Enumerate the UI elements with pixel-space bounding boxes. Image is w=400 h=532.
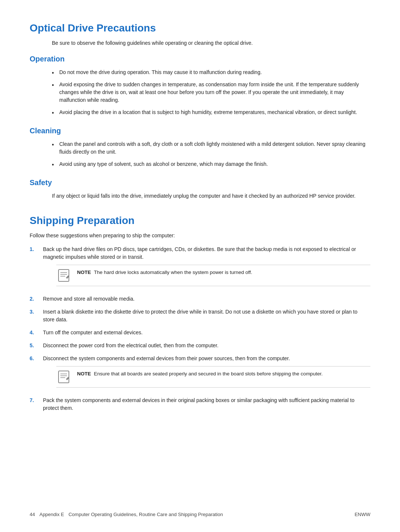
list-item: 3. Insert a blank diskette into the disk… <box>30 308 370 324</box>
cleaning-list: Clean the panel and controls with a soft… <box>52 140 370 168</box>
note-label: NOTE <box>77 371 91 377</box>
note-box: NOTEThe hard drive locks automatically w… <box>56 265 370 286</box>
shipping-title: Shipping Preparation <box>30 215 370 227</box>
item-text: Insert a blank diskette into the diskett… <box>43 309 357 322</box>
note-content: Ensure that all boards are seated proper… <box>94 371 323 377</box>
operation-list: Do not move the drive during operation. … <box>52 68 370 116</box>
item-text: Back up the hard drive files on PD discs… <box>43 246 356 260</box>
safety-title: Safety <box>30 178 370 187</box>
list-item: 6. Disconnect the system components and … <box>30 355 370 391</box>
item-content: Pack the system components and external … <box>43 397 370 412</box>
list-item: 2. Remove and store all removable media. <box>30 295 370 303</box>
footer-left: 44 Appendix E Computer Operating Guideli… <box>30 512 223 517</box>
list-item: Do not move the drive during operation. … <box>52 68 370 76</box>
item-text: Remove and store all removable media. <box>43 296 134 302</box>
shipping-intro: Follow these suggestions when preparing … <box>30 232 370 240</box>
note-label: NOTE <box>77 270 91 275</box>
item-number: 3. <box>30 308 43 324</box>
list-item: 5. Disconnect the power cord from the el… <box>30 342 370 349</box>
item-number: 4. <box>30 329 43 337</box>
item-text: Disconnect the system components and ext… <box>43 355 290 361</box>
footer-appendix: Appendix E <box>39 512 64 517</box>
item-content: Remove and store all removable media. <box>43 295 370 303</box>
operation-section: Operation Do not move the drive during o… <box>30 55 370 116</box>
note-box: NOTEEnsure that all boards are seated pr… <box>56 366 370 388</box>
note-text: NOTEEnsure that all boards are seated pr… <box>77 370 323 378</box>
operation-title: Operation <box>30 55 370 63</box>
list-item: Avoid exposing the drive to sudden chang… <box>52 81 370 104</box>
svg-rect-0 <box>59 270 69 281</box>
item-content: Turn off the computer and external devic… <box>43 329 370 337</box>
svg-rect-5 <box>59 371 69 383</box>
shipping-list: 1. Back up the hard drive files on PD di… <box>30 245 370 412</box>
item-content: Back up the hard drive files on PD discs… <box>43 245 370 290</box>
list-item: Avoid placing the drive in a location th… <box>52 108 370 116</box>
note-icon <box>56 370 73 384</box>
list-item: 7. Pack the system components and extern… <box>30 397 370 412</box>
list-item: 1. Back up the hard drive files on PD di… <box>30 245 370 290</box>
page-footer: 44 Appendix E Computer Operating Guideli… <box>30 512 370 517</box>
item-content: Disconnect the system components and ext… <box>43 355 370 391</box>
footer-description: Computer Operating Guidelines, Routine C… <box>69 512 223 517</box>
list-item: Clean the panel and controls with a soft… <box>52 140 370 156</box>
page-title: Optical Drive Precautions <box>30 22 370 34</box>
list-item: 4. Turn off the computer and external de… <box>30 329 370 337</box>
cleaning-section: Cleaning Clean the panel and controls wi… <box>30 127 370 168</box>
item-number: 2. <box>30 295 43 303</box>
safety-section: Safety If any object or liquid falls int… <box>30 178 370 200</box>
note-svg-icon <box>58 370 71 384</box>
item-text: Pack the system components and external … <box>43 397 354 411</box>
safety-text: If any object or liquid falls into the d… <box>52 192 370 200</box>
item-number: 1. <box>30 245 43 290</box>
item-number: 6. <box>30 355 43 391</box>
list-item: Avoid using any type of solvent, such as… <box>52 160 370 168</box>
note-svg-icon <box>58 269 71 282</box>
footer-lang: ENWW <box>354 512 370 517</box>
item-text: Disconnect the power cord from the elect… <box>43 342 219 348</box>
item-content: Disconnect the power cord from the elect… <box>43 342 370 349</box>
item-number: 5. <box>30 342 43 349</box>
note-content: The hard drive locks automatically when … <box>94 270 252 275</box>
intro-text: Be sure to observe the following guideli… <box>52 40 370 46</box>
item-text: Turn off the computer and external devic… <box>43 329 143 335</box>
note-icon <box>56 269 73 282</box>
item-number: 7. <box>30 397 43 412</box>
cleaning-title: Cleaning <box>30 127 370 135</box>
footer-page-num: 44 <box>30 512 35 517</box>
note-text: NOTEThe hard drive locks automatically w… <box>77 269 252 276</box>
item-content: Insert a blank diskette into the diskett… <box>43 308 370 324</box>
